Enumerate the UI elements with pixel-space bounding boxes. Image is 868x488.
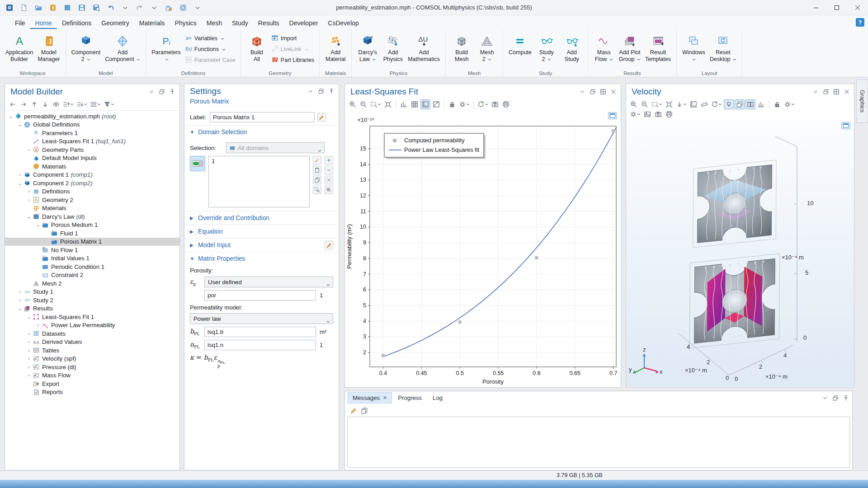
menu-geometry[interactable]: Geometry bbox=[96, 17, 134, 29]
model-builder-list-icon[interactable] bbox=[89, 99, 102, 109]
tree-item-reports[interactable]: Reports bbox=[5, 388, 179, 397]
redo-icon[interactable] bbox=[135, 3, 145, 13]
collapse-arrow-icon[interactable]: ⌄ bbox=[17, 181, 23, 186]
ribbon-build-all[interactable]: BuildAll bbox=[244, 33, 269, 63]
menu-developer[interactable]: Developer bbox=[284, 17, 323, 29]
graphics-collapsed-tab[interactable]: Graphics bbox=[856, 80, 868, 123]
ribbon-build-mesh[interactable]: BuildMesh bbox=[449, 33, 474, 63]
expand-arrow-icon[interactable]: › bbox=[26, 348, 32, 353]
compact-history-icon[interactable] bbox=[164, 3, 174, 13]
expand-arrow-icon[interactable]: › bbox=[26, 356, 32, 361]
selection-zoomsel-icon[interactable] bbox=[313, 186, 321, 194]
collapse-arrow-icon[interactable]: ⌄ bbox=[26, 214, 32, 219]
velocity-ruler-icon[interactable] bbox=[699, 99, 709, 109]
dropdown-chevron-icon[interactable] bbox=[120, 3, 130, 13]
ribbon-part-libraries[interactable]: Part Libraries bbox=[271, 56, 314, 65]
ribbon-study-2[interactable]: Study2 bbox=[534, 33, 559, 63]
ribbon-add-component[interactable]: AddComponent bbox=[103, 33, 142, 63]
velocity-extents-icon[interactable] bbox=[664, 99, 674, 109]
app-logo-icon[interactable] bbox=[5, 3, 14, 13]
plot-zoom-out-icon[interactable] bbox=[359, 99, 368, 109]
menu-materials[interactable]: Materials bbox=[134, 17, 170, 29]
expand-arrow-icon[interactable]: › bbox=[26, 197, 32, 202]
open-icon[interactable] bbox=[33, 3, 43, 13]
tree-item-component-1[interactable]: ›Component 1(comp1) bbox=[5, 171, 179, 179]
velocity-bars-icon[interactable] bbox=[756, 99, 766, 109]
float-icon[interactable] bbox=[822, 88, 830, 95]
panel-menu-icon[interactable] bbox=[579, 88, 586, 95]
ribbon-variables[interactable]: a=Variables bbox=[185, 34, 236, 43]
selection-plus-icon[interactable] bbox=[325, 156, 333, 164]
selection-combo[interactable]: All domains bbox=[226, 142, 325, 153]
b-pl-input[interactable] bbox=[204, 327, 316, 337]
expand-arrow-icon[interactable]: › bbox=[35, 323, 41, 328]
tree-item-porous-matrix-1[interactable]: DPorous Matrix 1 bbox=[5, 238, 179, 246]
tree-item-component-2[interactable]: ⌄Component 2(comp2) bbox=[5, 179, 179, 188]
float-icon[interactable] bbox=[158, 88, 165, 95]
dropdown-chevron-icon[interactable] bbox=[193, 3, 203, 13]
tree-item-power-law-permeability[interactable]: ›Power Law Permeability bbox=[5, 321, 179, 330]
tree-item-geometry-parts[interactable]: ›AGeometry Parts bbox=[5, 145, 179, 154]
least-squares-chart[interactable]: 0.40.450.50.550.60.650.72345678910111213… bbox=[345, 110, 621, 385]
update-solution-icon[interactable] bbox=[178, 3, 188, 13]
pin-icon[interactable] bbox=[169, 88, 176, 95]
expand-arrow-icon[interactable]: › bbox=[17, 289, 23, 294]
selection-clipboard-icon[interactable] bbox=[313, 166, 321, 174]
tree-item-least-squares-fit-1[interactable]: Least-Squares Fit 1(lsq1_fun1) bbox=[5, 137, 179, 146]
plot-gear-icon[interactable] bbox=[458, 99, 471, 109]
expand-arrow-icon[interactable]: › bbox=[26, 365, 32, 370]
tree-item-pressure-dl[interactable]: ›Pressure (dl) bbox=[5, 363, 179, 371]
tree-item-results[interactable]: ⌄Results bbox=[5, 305, 179, 313]
velocity-quick-settings-icon[interactable] bbox=[841, 122, 850, 129]
selection-wand-icon[interactable] bbox=[313, 156, 321, 164]
new-file-icon[interactable] bbox=[19, 3, 29, 13]
velocity-camera-icon[interactable] bbox=[653, 109, 663, 119]
float-icon[interactable] bbox=[317, 88, 325, 95]
tree-item-default-model-inputs[interactable]: Default Model Inputs bbox=[5, 154, 179, 163]
label-input[interactable] bbox=[210, 112, 315, 122]
help-icon[interactable]: ? bbox=[856, 18, 864, 27]
collapse-arrow-icon[interactable]: ⌄ bbox=[8, 114, 14, 119]
section-domain-selection[interactable]: ▼Domain Selection bbox=[184, 125, 339, 139]
ribbon-add-material[interactable]: AddMaterial bbox=[323, 33, 348, 63]
maximize-button[interactable] bbox=[826, 0, 847, 15]
section-matrix-properties[interactable]: ▼Matrix Properties bbox=[184, 252, 339, 265]
expand-arrow-icon[interactable]: › bbox=[26, 373, 32, 378]
ribbon-add-plot-group[interactable]: Add PlotGroup bbox=[617, 33, 643, 63]
panel-menu-icon[interactable] bbox=[821, 394, 829, 402]
archive-icon[interactable] bbox=[48, 3, 58, 13]
ribbon-add-mathematics[interactable]: ΔUAddMathematics bbox=[406, 33, 442, 63]
velocity-zoom-box-icon[interactable] bbox=[651, 99, 663, 109]
expand-arrow-icon[interactable]: › bbox=[26, 147, 32, 152]
tree-item-no-flow-1[interactable]: DNo Flow 1 bbox=[5, 246, 179, 254]
tree-item-global-definitions[interactable]: ⌄Global Definitions bbox=[5, 121, 179, 129]
collapse-arrow-icon[interactable]: ⌄ bbox=[35, 222, 41, 227]
tree-item-constraint-2[interactable]: Constraint 2 bbox=[5, 271, 179, 280]
float-icon[interactable] bbox=[589, 88, 596, 95]
model-builder-arrow-r-icon[interactable] bbox=[19, 99, 28, 109]
selection-list-item[interactable]: 1 bbox=[212, 158, 307, 164]
collapse-arrow-icon[interactable]: ⌄ bbox=[17, 122, 23, 127]
tree-item-study-1[interactable]: ›Study 1 bbox=[5, 288, 179, 296]
menu-home[interactable]: Home bbox=[30, 17, 57, 29]
plot-refresh-icon[interactable] bbox=[476, 99, 489, 109]
velocity-refresh-icon[interactable] bbox=[710, 99, 723, 109]
menu-mesh[interactable]: Mesh bbox=[202, 17, 227, 29]
ribbon-compute[interactable]: Compute bbox=[506, 33, 534, 56]
float-icon[interactable] bbox=[832, 394, 839, 402]
velocity-zoom-out-icon[interactable] bbox=[640, 99, 650, 109]
plot-axbox-icon[interactable] bbox=[420, 99, 430, 109]
model-builder-arrow-u-icon[interactable] bbox=[29, 99, 39, 109]
tree-item-study-2[interactable]: ›Study 2 bbox=[5, 296, 179, 305]
velocity-zoom-in-icon[interactable] bbox=[629, 99, 639, 109]
tree-item-porous-medium-1[interactable]: ⌄DPorous Medium 1 bbox=[5, 221, 179, 230]
section-model-input[interactable]: ▶Model Input bbox=[184, 238, 339, 252]
model-builder-list-down-icon[interactable] bbox=[75, 99, 88, 109]
ribbon-windows[interactable]: Windows bbox=[680, 33, 708, 63]
tree-item-periodic-condition-1[interactable]: Periodic Condition 1 bbox=[5, 263, 179, 271]
menu-study[interactable]: Study bbox=[227, 17, 253, 29]
tree-item-definitions[interactable]: ›Definitions bbox=[5, 188, 179, 196]
ribbon-parameter-case[interactable]: PParameter Case bbox=[185, 56, 236, 65]
menu-physics[interactable]: Physics bbox=[170, 17, 202, 29]
tab-messages[interactable]: Messages✕ bbox=[348, 392, 392, 404]
